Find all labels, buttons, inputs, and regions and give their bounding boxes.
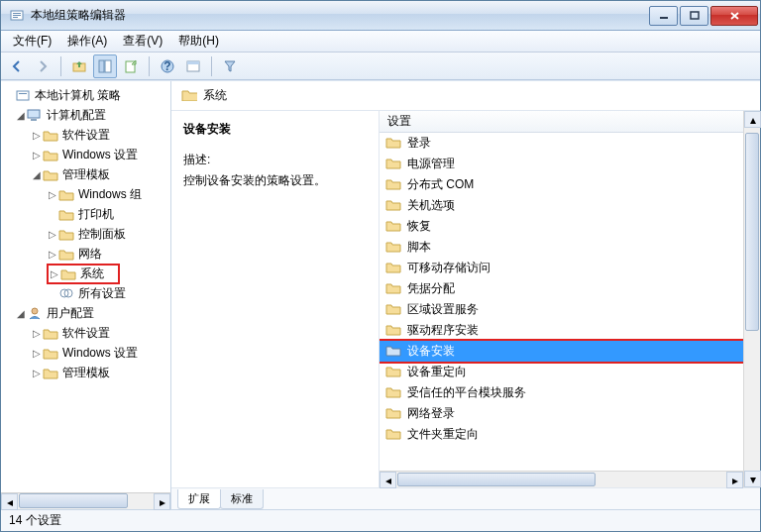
tree-root[interactable]: 本地计算机 策略: [3, 85, 168, 105]
menu-action[interactable]: 操作(A): [59, 31, 115, 52]
menu-help[interactable]: 帮助(H): [170, 31, 227, 52]
folder-icon: [385, 323, 401, 339]
scroll-right-icon[interactable]: ▸: [154, 493, 170, 510]
list-item[interactable]: 脚本: [380, 237, 743, 258]
folder-icon: [385, 240, 401, 256]
list-item[interactable]: 关机选项: [380, 195, 743, 216]
list-item[interactable]: 设备安装: [380, 341, 743, 362]
svg-rect-2: [13, 15, 21, 16]
list-item[interactable]: 驱动程序安装: [380, 320, 743, 341]
tab-extended[interactable]: 扩展: [177, 489, 221, 509]
list-item[interactable]: 可移动存储访问: [380, 258, 743, 278]
list-item-label: 可移动存储访问: [407, 260, 490, 276]
tree-u-admin-templates[interactable]: ▷管理模板: [3, 363, 168, 382]
tree[interactable]: 本地计算机 策略 ◢计算机配置 ▷软件设置 ▷Windows 设置 ◢管理模板 …: [1, 81, 170, 492]
list-item[interactable]: 文件夹重定向: [380, 424, 743, 445]
tree-software-settings[interactable]: ▷软件设置: [3, 125, 168, 145]
list-item-label: 受信任的平台模块服务: [407, 384, 526, 401]
tree-windows-components[interactable]: ▷Windows 组: [3, 184, 168, 204]
list-item[interactable]: 恢复: [380, 216, 743, 237]
list-item[interactable]: 分布式 COM: [380, 174, 743, 195]
menu-view[interactable]: 查看(V): [115, 31, 170, 52]
folder-icon: [385, 136, 401, 152]
content-header: 系统: [171, 81, 760, 111]
tree-windows-settings[interactable]: ▷Windows 设置: [3, 145, 168, 164]
tree-computer-config[interactable]: ◢计算机配置: [3, 105, 168, 125]
tab-standard[interactable]: 标准: [220, 489, 264, 509]
tree-system[interactable]: ▷系统: [3, 264, 168, 283]
svg-rect-7: [99, 60, 104, 72]
tree-u-software-settings[interactable]: ▷软件设置: [3, 323, 168, 343]
svg-text:?: ?: [163, 59, 170, 73]
app-window: 本地组策略编辑器 文件(F) 操作(A) 查看(V) 帮助(H) ? 本地计算机…: [0, 0, 761, 532]
scroll-down-icon[interactable]: ▾: [744, 471, 761, 487]
tree-network[interactable]: ▷网络: [3, 244, 168, 264]
scroll-thumb[interactable]: [745, 133, 759, 331]
list-body[interactable]: 登录电源管理分布式 COM关机选项恢复脚本可移动存储访问凭据分配区域设置服务驱动…: [380, 133, 743, 471]
content-body: 设备安装 描述: 控制设备安装的策略设置。 设置 登录电源管理分布式 COM关机…: [171, 111, 760, 487]
tree-u-windows-settings[interactable]: ▷Windows 设置: [3, 343, 168, 363]
help-button[interactable]: ?: [156, 54, 179, 78]
export-button[interactable]: [119, 54, 143, 78]
folder-icon: [385, 302, 401, 318]
tree-user-config[interactable]: ◢用户配置: [3, 303, 168, 323]
scroll-thumb[interactable]: [397, 473, 596, 486]
close-button[interactable]: [710, 6, 758, 26]
window-title: 本地组策略编辑器: [31, 7, 647, 24]
forward-button[interactable]: [31, 54, 54, 78]
main-body: 本地计算机 策略 ◢计算机配置 ▷软件设置 ▷Windows 设置 ◢管理模板 …: [1, 80, 760, 509]
menubar: 文件(F) 操作(A) 查看(V) 帮助(H): [1, 31, 760, 53]
list-pane: 设置 登录电源管理分布式 COM关机选项恢复脚本可移动存储访问凭据分配区域设置服…: [380, 111, 760, 487]
list-item[interactable]: 登录: [380, 133, 743, 154]
list-vscrollbar[interactable]: ▴ ▾: [743, 111, 760, 487]
maximize-button[interactable]: [680, 6, 708, 26]
separator: [60, 56, 61, 76]
svg-rect-8: [105, 60, 111, 72]
scroll-left-icon[interactable]: ◂: [1, 493, 18, 510]
list-hscrollbar[interactable]: ◂ ▸: [380, 471, 743, 487]
filter-button[interactable]: [218, 54, 242, 78]
scroll-right-icon[interactable]: ▸: [726, 472, 743, 488]
list-item[interactable]: 凭据分配: [380, 278, 743, 299]
list-column-header[interactable]: 设置: [380, 111, 743, 133]
folder-icon: [385, 281, 401, 297]
tree-control-panel[interactable]: ▷控制面板: [3, 224, 168, 244]
separator: [149, 56, 150, 76]
svg-rect-4: [660, 17, 668, 19]
properties-button[interactable]: [181, 54, 205, 78]
list-item-label: 恢复: [407, 218, 431, 235]
list-item[interactable]: 受信任的平台模块服务: [380, 382, 743, 403]
folder-icon: [385, 385, 401, 401]
tree-hscrollbar[interactable]: ◂ ▸: [1, 492, 170, 509]
svg-rect-15: [19, 93, 27, 94]
folder-icon: [385, 198, 401, 214]
scroll-thumb[interactable]: [19, 493, 128, 508]
tree-admin-templates[interactable]: ◢管理模板: [3, 164, 168, 184]
minimize-button[interactable]: [649, 6, 678, 26]
window-controls: [647, 6, 758, 26]
toolbar: ?: [1, 53, 760, 80]
tree-pane: 本地计算机 策略 ◢计算机配置 ▷软件设置 ▷Windows 设置 ◢管理模板 …: [1, 81, 171, 509]
show-tree-button[interactable]: [93, 54, 117, 78]
list-item[interactable]: 区域设置服务: [380, 299, 743, 320]
back-button[interactable]: [5, 54, 29, 78]
list-item[interactable]: 设备重定向: [380, 362, 743, 382]
svg-rect-5: [691, 12, 699, 19]
content-pane: 系统 设备安装 描述: 控制设备安装的策略设置。 设置 登录电源管理分布式 CO…: [171, 81, 760, 509]
folder-icon: [385, 365, 401, 380]
svg-rect-13: [187, 61, 199, 64]
scroll-up-icon[interactable]: ▴: [744, 111, 761, 128]
list-item-label: 网络登录: [407, 405, 455, 422]
list-item[interactable]: 电源管理: [380, 154, 743, 174]
list-item-label: 凭据分配: [407, 280, 455, 297]
list-item-label: 登录: [407, 135, 431, 152]
menu-file[interactable]: 文件(F): [5, 31, 59, 52]
list-item[interactable]: 网络登录: [380, 403, 743, 424]
status-text: 14 个设置: [9, 512, 61, 529]
scroll-left-icon[interactable]: ◂: [380, 472, 396, 488]
tree-all-settings[interactable]: 所有设置: [3, 283, 168, 303]
statusbar: 14 个设置: [1, 509, 760, 531]
tree-printers[interactable]: 打印机: [3, 204, 168, 224]
up-button[interactable]: [67, 54, 91, 78]
list-item-label: 电源管理: [407, 156, 455, 172]
